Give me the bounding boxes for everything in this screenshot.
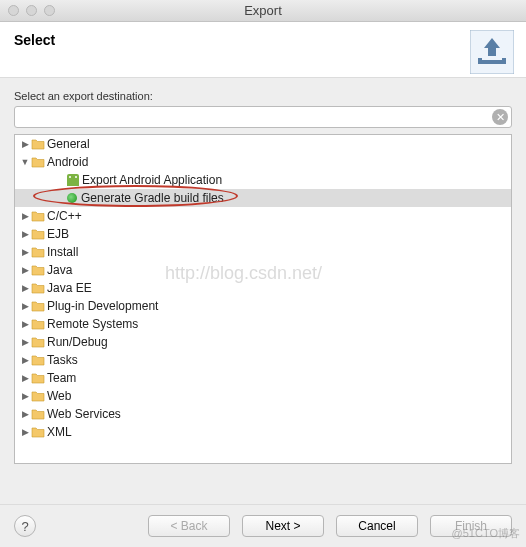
- button-row: < Back Next > Cancel Finish: [148, 515, 512, 537]
- clear-icon[interactable]: ✕: [492, 109, 508, 125]
- help-button[interactable]: ?: [14, 515, 36, 537]
- disclosure-closed-icon[interactable]: ▶: [19, 355, 31, 365]
- tree-item-label: EJB: [47, 227, 69, 241]
- destination-label: Select an export destination:: [14, 90, 512, 102]
- wizard-header: Select: [0, 22, 526, 78]
- disclosure-closed-icon[interactable]: ▶: [19, 229, 31, 239]
- tree-item-label: XML: [47, 425, 72, 439]
- folder-icon: [31, 407, 45, 421]
- folder-icon: [31, 425, 45, 439]
- tree-item[interactable]: ▶Install: [15, 243, 511, 261]
- tree-item-label: Android: [47, 155, 88, 169]
- tree-item[interactable]: ▶Team: [15, 369, 511, 387]
- page-title: Select: [14, 32, 512, 48]
- disclosure-closed-icon[interactable]: ▶: [19, 247, 31, 257]
- cancel-button[interactable]: Cancel: [336, 515, 418, 537]
- tree-item-label: Java EE: [47, 281, 92, 295]
- tree-item-label: Tasks: [47, 353, 78, 367]
- folder-icon: [31, 137, 45, 151]
- disclosure-open-icon[interactable]: ▼: [19, 157, 31, 167]
- tree-item[interactable]: ▶Remote Systems: [15, 315, 511, 333]
- disclosure-closed-icon[interactable]: ▶: [19, 427, 31, 437]
- tree-item[interactable]: Generate Gradle build files: [15, 189, 511, 207]
- disclosure-closed-icon[interactable]: ▶: [19, 283, 31, 293]
- tree-item-label: Export Android Application: [82, 173, 222, 187]
- disclosure-closed-icon[interactable]: ▶: [19, 409, 31, 419]
- back-button: < Back: [148, 515, 230, 537]
- disclosure-closed-icon[interactable]: ▶: [19, 373, 31, 383]
- wizard-body: Select an export destination: ✕ http://b…: [0, 78, 526, 470]
- disclosure-closed-icon[interactable]: ▶: [19, 211, 31, 221]
- tree-item[interactable]: ▼Android: [15, 153, 511, 171]
- window-title: Export: [0, 3, 526, 18]
- tree-item[interactable]: ▶Run/Debug: [15, 333, 511, 351]
- wizard-footer: ? < Back Next > Cancel Finish: [0, 504, 526, 547]
- tree-item[interactable]: ▶XML: [15, 423, 511, 441]
- filter-input[interactable]: [14, 106, 512, 128]
- android-icon: [67, 174, 79, 186]
- folder-icon: [31, 263, 45, 277]
- disclosure-closed-icon[interactable]: ▶: [19, 319, 31, 329]
- folder-icon: [31, 335, 45, 349]
- tree-item[interactable]: ▶Tasks: [15, 351, 511, 369]
- folder-icon: [31, 299, 45, 313]
- folder-icon: [31, 209, 45, 223]
- tree-item-label: Run/Debug: [47, 335, 108, 349]
- tree-item-label: Web Services: [47, 407, 121, 421]
- tree-item[interactable]: ▶Web Services: [15, 405, 511, 423]
- tree-item[interactable]: ▶Java: [15, 261, 511, 279]
- gradle-icon: [67, 193, 77, 203]
- folder-icon: [31, 371, 45, 385]
- titlebar: Export: [0, 0, 526, 22]
- finish-button: Finish: [430, 515, 512, 537]
- export-icon: [470, 30, 514, 74]
- tree-item[interactable]: ▶C/C++: [15, 207, 511, 225]
- tree-item-label: General: [47, 137, 90, 151]
- folder-icon: [31, 245, 45, 259]
- disclosure-closed-icon[interactable]: ▶: [19, 337, 31, 347]
- folder-icon: [31, 281, 45, 295]
- disclosure-closed-icon[interactable]: ▶: [19, 301, 31, 311]
- disclosure-closed-icon[interactable]: ▶: [19, 391, 31, 401]
- tree-item[interactable]: ▶Java EE: [15, 279, 511, 297]
- folder-icon: [31, 155, 45, 169]
- folder-icon: [31, 389, 45, 403]
- export-tree[interactable]: http://blog.csdn.net/ ▶General▼AndroidEx…: [14, 134, 512, 464]
- tree-item-label: Team: [47, 371, 76, 385]
- disclosure-closed-icon[interactable]: ▶: [19, 265, 31, 275]
- tree-item[interactable]: ▶EJB: [15, 225, 511, 243]
- disclosure-closed-icon[interactable]: ▶: [19, 139, 31, 149]
- search-wrap: ✕: [14, 106, 512, 128]
- tree-item[interactable]: ▶General: [15, 135, 511, 153]
- tree-item[interactable]: Export Android Application: [15, 171, 511, 189]
- tree-item[interactable]: ▶Plug-in Development: [15, 297, 511, 315]
- next-button[interactable]: Next >: [242, 515, 324, 537]
- tree-item-label: Plug-in Development: [47, 299, 158, 313]
- tree-item-label: C/C++: [47, 209, 82, 223]
- tree-item-label: Remote Systems: [47, 317, 138, 331]
- tree-item-label: Web: [47, 389, 71, 403]
- folder-icon: [31, 227, 45, 241]
- tree-item-label: Java: [47, 263, 72, 277]
- tree-item-label: Install: [47, 245, 78, 259]
- folder-icon: [31, 353, 45, 367]
- tree-item[interactable]: ▶Web: [15, 387, 511, 405]
- tree-item-label: Generate Gradle build files: [81, 191, 224, 205]
- folder-icon: [31, 317, 45, 331]
